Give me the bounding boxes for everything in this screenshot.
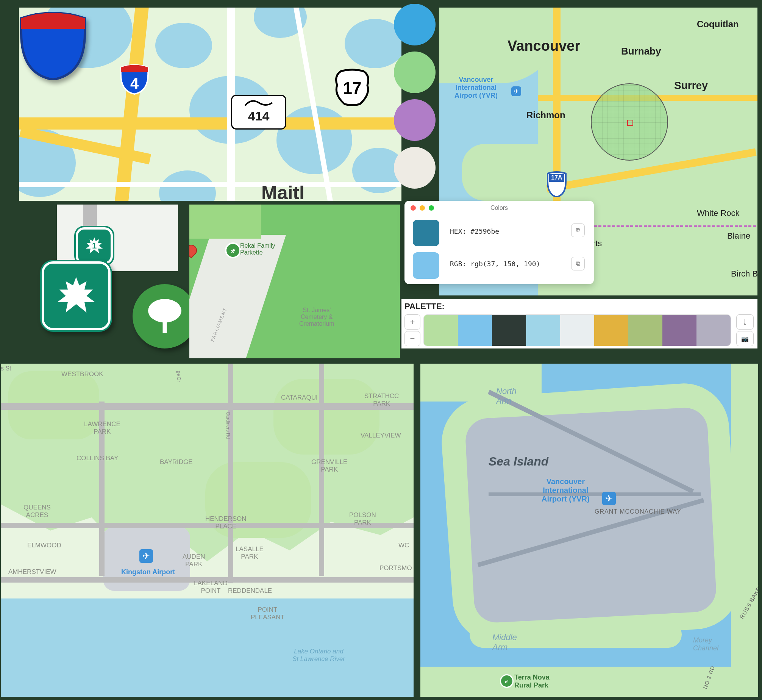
interstate-4-number: 4 — [117, 75, 151, 92]
morey-label: Morey Channel — [693, 636, 718, 652]
copy-hex-button[interactable]: ⧉ — [571, 223, 585, 237]
label-s-st: s St — [1, 365, 11, 372]
neighbourhood-label: WESTBROOK — [61, 370, 103, 378]
neighbourhood-label: LAWRENCE PARK — [84, 420, 120, 436]
route-17-number: 17 — [333, 79, 371, 98]
ontario-leaf-badge-large — [42, 261, 111, 330]
hwy-17a-shield: 17A — [545, 170, 568, 197]
neighbourhood-label: CATARAQUI — [281, 394, 318, 402]
neighbourhood-label: LAKELAND POINT — [194, 580, 228, 595]
interstate-shield-large — [15, 5, 91, 80]
label-coquitlan: Coquitlan — [697, 19, 739, 30]
interstate-4-shield: 4 — [117, 61, 151, 97]
label-richmond: Richmon — [526, 110, 565, 120]
copy-rgb-button[interactable]: ⧉ — [571, 257, 585, 270]
city-label: Maitl — [261, 182, 304, 201]
route-414-shield: 414 — [231, 95, 286, 130]
neighbourhood-label: PORTSMO — [379, 564, 412, 572]
palette-swatch[interactable] — [662, 315, 696, 346]
colors-window-title: Colors — [404, 205, 594, 211]
cemetery-label: St. James' Cemetery & Crematorium — [299, 307, 334, 327]
label-surrey: Surrey — [674, 80, 708, 92]
park-label: Rekai Family Parkette — [240, 242, 275, 256]
neighbourhood-label: POLSON PARK — [349, 511, 376, 527]
label-birch: Birch B — [731, 269, 757, 279]
road-grant: GRANT MCCONACHIE WAY — [595, 508, 681, 515]
palette-strip[interactable] — [423, 314, 731, 346]
middle-arm-label: Middle Arm — [492, 633, 517, 652]
airplane-icon: ✈ — [511, 86, 521, 96]
sea-island-title: Sea Island — [489, 455, 548, 469]
hex-label: HEX: — [450, 227, 466, 235]
neighbourhood-label: AUDEN PARK — [183, 553, 205, 568]
neighbourhood-label: STRATHCC PARK — [364, 392, 399, 408]
yvr-label-2: Vancouver International Airport (YVR) — [542, 477, 590, 503]
neighbourhood-label: COLLINS BAY — [77, 455, 118, 462]
swatch-rgb[interactable] — [413, 252, 439, 279]
color-dot-cream[interactable] — [394, 147, 436, 189]
road-gardiners: Gardiners Rd — [225, 412, 231, 439]
neighbourhood-label: LASALLE PARK — [236, 545, 264, 561]
neighbourhood-label: HENDERSON PLACE — [205, 515, 247, 530]
ontario-route-1-number: 1 — [92, 241, 97, 251]
hwy-17a-number: 17A — [545, 174, 568, 181]
map-kingston[interactable]: ✈ Kingston Airport s St Gardiners Rd ge … — [1, 364, 414, 697]
palette-swatch[interactable] — [628, 315, 662, 346]
park-pin-icon: ⸙ — [500, 674, 514, 688]
airplane-icon: ✈ — [602, 492, 616, 505]
colors-window[interactable]: Colors HEX: #2596be ⧉ RGB: rgb(37, 150, … — [404, 201, 594, 284]
neighbourhood-label: WC — [398, 542, 409, 549]
palette-title: PALETTE: — [404, 302, 445, 311]
neighbourhood-label: VALLEYVIEW — [361, 432, 401, 439]
palette-add-button[interactable]: + — [404, 314, 420, 330]
radar-overlay — [591, 83, 668, 161]
kingston-airport-label: Kingston Airport — [121, 568, 175, 576]
map-toronto-park[interactable]: ⸙ Rekai Family Parkette St. James' Cemet… — [189, 205, 400, 358]
palette-swatch[interactable] — [526, 315, 560, 346]
rgb-value: rgb(37, 150, 190) — [470, 260, 540, 268]
north-arm-label: North Arm — [496, 386, 517, 406]
palette-camera-button[interactable]: 📷 — [736, 331, 754, 346]
label-burnaby: Burnaby — [621, 45, 661, 57]
neighbourhood-label: POINT PLEASANT — [251, 606, 284, 621]
airplane-icon: ✈ — [139, 549, 153, 563]
palette-swatch[interactable] — [458, 315, 492, 346]
neighbourhood-label: BAYRIDGE — [160, 458, 193, 466]
neighbourhood-label: GRENVILLE PARK — [311, 458, 347, 473]
map-sea-island[interactable]: North Arm Middle Arm Morey Channel Sea I… — [420, 364, 758, 697]
route-17-shield: 17 — [333, 68, 371, 110]
ontario-route-1-badge: 1 — [76, 227, 113, 264]
palette-remove-button[interactable]: − — [404, 331, 420, 346]
neighbourhood-label: REDDENDALE — [228, 587, 272, 595]
color-dot-blue[interactable] — [394, 4, 436, 45]
park-pin-icon: ⸙ — [225, 242, 241, 258]
lake-label: Lake Ontario and St Lawrence River — [292, 648, 345, 663]
road-ge-dr: ge Dr — [176, 371, 181, 382]
palette-swatch[interactable] — [696, 315, 731, 346]
label-whiterock: White Rock — [697, 208, 739, 218]
hex-value: #2596be — [470, 227, 499, 235]
terra-nova-label: Terra Nova Rural Park — [514, 673, 550, 689]
palette-swatch[interactable] — [492, 315, 526, 346]
neighbourhood-label: AMHERSTVIEW — [8, 568, 56, 576]
palette-swatch[interactable] — [560, 315, 594, 346]
svg-rect-2 — [163, 316, 167, 333]
palette-swatch[interactable] — [424, 315, 458, 346]
neighbourhood-label: QUEENS ACRES — [23, 504, 51, 519]
palette-swatch[interactable] — [594, 315, 628, 346]
color-dot-purple[interactable] — [394, 99, 436, 141]
rgb-label: RGB: — [450, 260, 466, 268]
palette-download-button[interactable]: ⭳ — [736, 314, 754, 330]
swatch-hex[interactable] — [413, 220, 439, 246]
neighbourhood-label: ELMWOOD — [27, 542, 61, 549]
map-pin-red-icon — [189, 242, 199, 258]
label-yvr: Vancouver International Airport (YVR) — [454, 76, 498, 100]
tree-icon — [133, 284, 197, 348]
vancouver-title: Vancouver — [507, 38, 580, 54]
palette-panel: PALETTE: + − ⭳ 📷 — [401, 299, 757, 348]
color-dot-green[interactable] — [394, 52, 436, 93]
label-blaine: Blaine — [727, 231, 750, 241]
